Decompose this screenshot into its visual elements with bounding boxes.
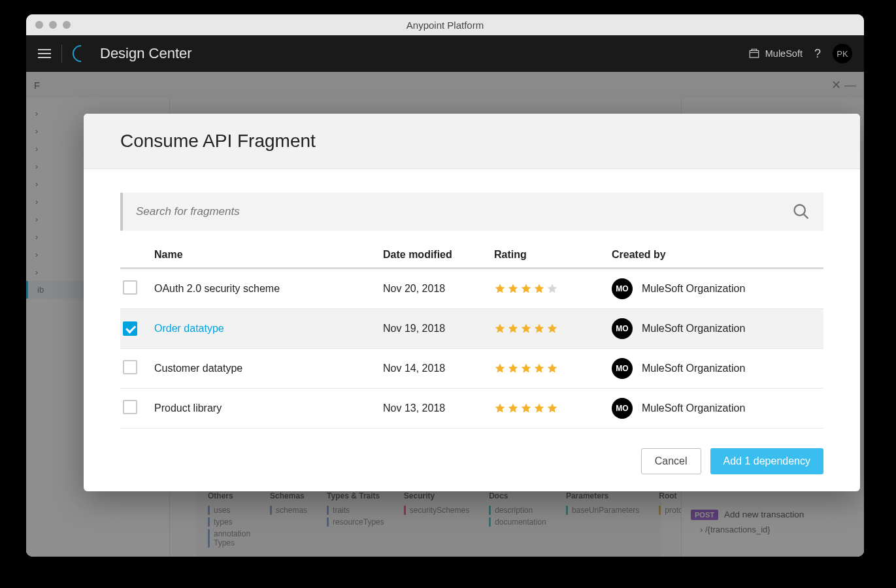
star-icon xyxy=(507,323,519,335)
fragment-name: Order datatype xyxy=(154,323,383,335)
search-bar xyxy=(120,193,823,231)
modal-header: Consume API Fragment xyxy=(84,114,860,169)
modal-footer: Cancel Add 1 dependency xyxy=(84,435,860,491)
fragment-date: Nov 19, 2018 xyxy=(383,323,494,335)
star-icon xyxy=(507,363,519,374)
star-icon xyxy=(546,323,558,335)
table-row[interactable]: OAuth 2.0 security scheme Nov 20, 2018 M… xyxy=(120,269,823,309)
cancel-button[interactable]: Cancel xyxy=(641,448,701,474)
creator-label: MuleSoft Organization xyxy=(642,363,745,374)
table-row[interactable]: Product library Nov 13, 2018 MO MuleSoft… xyxy=(120,389,823,429)
help-icon[interactable]: ? xyxy=(814,47,821,61)
svg-point-1 xyxy=(795,205,805,216)
design-center-logo-icon xyxy=(69,42,93,66)
star-icon xyxy=(546,363,558,374)
organization-label: MuleSoft xyxy=(765,48,803,59)
row-checkbox[interactable] xyxy=(123,321,137,336)
creator-label: MuleSoft Organization xyxy=(642,283,745,295)
fragment-name: OAuth 2.0 security scheme xyxy=(154,283,383,295)
fragment-rating xyxy=(494,283,612,295)
creator-label: MuleSoft Organization xyxy=(642,323,745,335)
fragment-creator: MO MuleSoft Organization xyxy=(612,398,821,419)
svg-line-2 xyxy=(804,214,808,218)
star-icon xyxy=(546,402,558,414)
svg-rect-0 xyxy=(750,51,759,58)
star-icon xyxy=(520,283,532,295)
row-checkbox[interactable] xyxy=(123,360,137,374)
header-right: MuleSoft ? PK xyxy=(748,44,852,63)
star-icon xyxy=(494,363,506,374)
organization-link[interactable]: MuleSoft xyxy=(748,48,803,59)
column-rating: Rating xyxy=(494,249,612,261)
table-header: Name Date modified Rating Created by xyxy=(120,242,823,269)
consume-fragment-modal: Consume API Fragment Name Date modified … xyxy=(84,114,860,491)
search-input[interactable] xyxy=(136,205,792,218)
modal-body: Name Date modified Rating Created by OAu… xyxy=(84,169,860,435)
divider xyxy=(61,44,62,63)
creator-avatar: MO xyxy=(612,278,633,299)
window-title: Anypoint Platform xyxy=(26,20,864,31)
star-icon xyxy=(520,402,532,414)
column-name: Name xyxy=(154,249,383,261)
fragment-date: Nov 20, 2018 xyxy=(383,283,494,295)
user-avatar[interactable]: PK xyxy=(833,44,852,63)
hamburger-menu-icon[interactable] xyxy=(38,49,51,58)
modal-title: Consume API Fragment xyxy=(120,131,823,152)
table-row[interactable]: Order datatype Nov 19, 2018 MO MuleSoft … xyxy=(120,309,823,349)
creator-avatar: MO xyxy=(612,398,633,419)
star-icon xyxy=(507,283,519,295)
fragment-creator: MO MuleSoft Organization xyxy=(612,278,821,299)
row-checkbox[interactable] xyxy=(123,280,137,295)
fragment-date: Nov 13, 2018 xyxy=(383,402,494,414)
table-row[interactable]: Customer datatype Nov 14, 2018 MO MuleSo… xyxy=(120,349,823,389)
fragment-rating xyxy=(494,402,612,414)
app-header: Design Center MuleSoft ? PK xyxy=(26,35,864,72)
column-date: Date modified xyxy=(383,249,494,261)
star-icon xyxy=(533,323,545,335)
fragment-creator: MO MuleSoft Organization xyxy=(612,358,821,379)
row-checkbox[interactable] xyxy=(123,400,137,414)
star-icon xyxy=(520,323,532,335)
star-icon xyxy=(520,363,532,374)
fragment-date: Nov 14, 2018 xyxy=(383,363,494,374)
fragment-rating xyxy=(494,323,612,335)
column-creator: Created by xyxy=(612,249,821,261)
fragment-name: Customer datatype xyxy=(154,363,383,374)
fragment-rating xyxy=(494,363,612,374)
star-icon xyxy=(533,283,545,295)
star-icon xyxy=(494,323,506,335)
star-icon xyxy=(533,363,545,374)
creator-label: MuleSoft Organization xyxy=(642,402,745,414)
fragments-table: Name Date modified Rating Created by OAu… xyxy=(120,242,823,429)
fragment-name: Product library xyxy=(154,402,383,414)
star-icon xyxy=(494,402,506,414)
star-icon xyxy=(507,402,519,414)
add-dependency-button[interactable]: Add 1 dependency xyxy=(710,448,823,474)
titlebar: Anypoint Platform xyxy=(26,14,864,35)
star-icon xyxy=(546,283,558,295)
creator-avatar: MO xyxy=(612,318,633,339)
app-title: Design Center xyxy=(100,45,192,62)
organization-icon xyxy=(748,48,760,59)
star-icon xyxy=(494,283,506,295)
star-icon xyxy=(533,402,545,414)
fragment-creator: MO MuleSoft Organization xyxy=(612,318,821,339)
app-window: Anypoint Platform Design Center MuleSoft… xyxy=(26,14,864,557)
search-icon[interactable] xyxy=(792,203,810,221)
creator-avatar: MO xyxy=(612,358,633,379)
